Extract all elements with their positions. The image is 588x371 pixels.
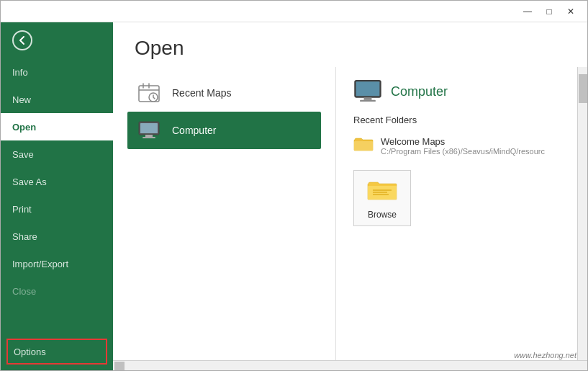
svg-rect-6 [140,123,158,133]
content-area: Info New Open Save Save As Print Share I… [1,22,587,370]
open-options-list: Recent Maps Computer [113,67,336,360]
horizontal-scrollbar[interactable] [113,360,587,370]
app-window: — □ ✕ Info New Open [0,0,588,371]
computer-header: Computer [353,79,560,104]
svg-rect-8 [143,137,155,138]
window-controls: — □ ✕ [517,3,582,20]
scrollbar-thumb [579,74,587,103]
computer-label: Computer [172,125,216,136]
watermark: www.hezhong.net [514,351,576,359]
computer-option[interactable]: Computer [127,112,321,149]
close-button[interactable]: ✕ [560,3,582,20]
folder-name: Welcome Maps [381,136,545,147]
svg-rect-7 [145,135,153,137]
title-bar: — □ ✕ [1,1,587,22]
browse-button[interactable]: Browse [353,170,411,226]
sidebar-item-open[interactable]: Open [1,113,113,140]
sidebar-item-close[interactable]: Close [1,277,113,305]
computer-large-icon [353,79,382,104]
recent-folders-label: Recent Folders [353,115,560,125]
sidebar-item-new[interactable]: New [1,86,113,113]
computer-section-title: Computer [391,84,448,99]
sidebar-item-print[interactable]: Print [1,195,113,223]
folder-icon [353,135,374,156]
maximize-button[interactable]: □ [538,3,560,20]
recent-folder-item[interactable]: Welcome Maps C:/Program Files (x86)/Seav… [353,133,560,158]
folder-path: C:/Program Files (x86)/Seavus/iMindQ/res… [381,147,545,156]
svg-rect-13 [354,141,373,151]
back-arrow-icon [12,30,32,50]
recent-maps-label: Recent Maps [172,87,231,99]
browse-label: Browse [368,210,397,220]
minimize-button[interactable]: — [517,3,538,20]
back-button[interactable] [1,22,113,58]
browse-folder-icon [367,178,397,205]
h-scrollbar-thumb [114,362,125,370]
svg-rect-10 [356,81,380,96]
options-button[interactable]: Options [6,339,107,365]
sidebar-item-info[interactable]: Info [1,58,113,86]
main-header: Open [113,22,587,67]
svg-rect-12 [360,100,376,102]
sidebar-item-import-export[interactable]: Import/Export [1,250,113,277]
computer-section: Computer Recent Folders Welcome Maps [336,67,577,360]
vertical-scrollbar[interactable] [577,67,587,360]
clock-icon [136,80,162,106]
computer-small-icon [136,117,162,143]
page-title: Open [135,37,566,60]
sidebar-item-share[interactable]: Share [1,223,113,250]
recent-maps-option[interactable]: Recent Maps [127,74,321,112]
sidebar-item-save-as[interactable]: Save As [1,168,113,195]
main-panel: Open [113,22,587,370]
main-body: Recent Maps Computer [113,67,587,360]
sidebar: Info New Open Save Save As Print Share I… [1,22,113,370]
sidebar-item-save[interactable]: Save [1,140,113,168]
svg-rect-11 [364,97,372,100]
